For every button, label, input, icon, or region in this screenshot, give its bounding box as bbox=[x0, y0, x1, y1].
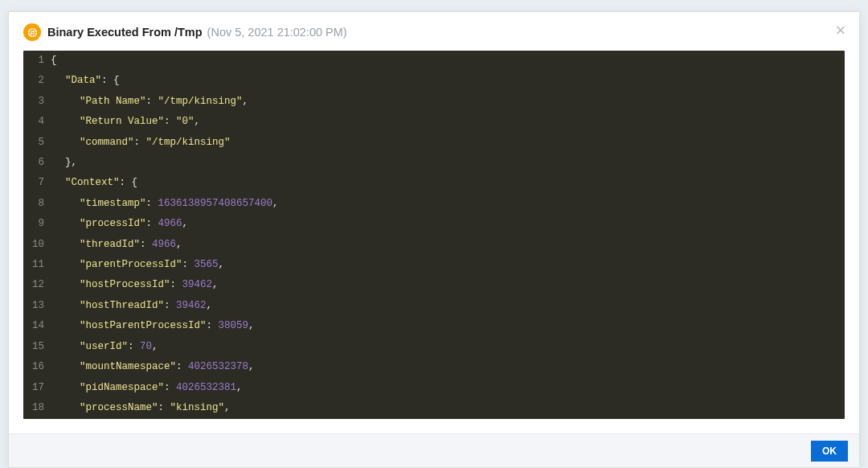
code-line: 6}, bbox=[23, 153, 845, 173]
line-number: 10 bbox=[23, 235, 44, 255]
line-number: 9 bbox=[23, 214, 44, 234]
line-content: "pidNamespace": 4026532381, bbox=[44, 378, 243, 398]
modal-title: Binary Executed From /Tmp bbox=[47, 26, 203, 39]
line-content: "timestamp": 1636138957408657400, bbox=[44, 194, 279, 214]
line-number: 3 bbox=[23, 92, 44, 112]
line-number: 1 bbox=[23, 51, 44, 71]
line-number: 18 bbox=[23, 398, 44, 418]
code-line: 3"Path Name": "/tmp/kinsing", bbox=[23, 92, 845, 112]
code-line: 13"hostThreadId": 39462, bbox=[23, 296, 845, 316]
code-line: 9"processId": 4966, bbox=[23, 214, 845, 234]
code-line: 18"processName": "kinsing", bbox=[23, 398, 845, 418]
code-line: 16"mountNamespace": 4026532378, bbox=[23, 357, 845, 377]
line-content: "Path Name": "/tmp/kinsing", bbox=[44, 92, 248, 112]
code-line: 10"threadId": 4966, bbox=[23, 235, 845, 255]
modal-timestamp: (Nov 5, 2021 21:02:00 PM) bbox=[207, 26, 347, 39]
line-content: "mountNamespace": 4026532378, bbox=[44, 357, 255, 377]
code-line: 2"Data": { bbox=[23, 71, 845, 91]
line-number: 17 bbox=[23, 378, 44, 398]
code-line: 4"Return Value": "0", bbox=[23, 112, 845, 132]
line-number: 11 bbox=[23, 255, 44, 275]
alert-icon bbox=[23, 23, 41, 41]
line-content: "command": "/tmp/kinsing" bbox=[44, 133, 231, 153]
line-number: 13 bbox=[23, 296, 44, 316]
code-line: 12"hostProcessId": 39462, bbox=[23, 275, 845, 295]
code-line: 8"timestamp": 1636138957408657400, bbox=[23, 194, 845, 214]
line-content: "hostProcessId": 39462, bbox=[44, 275, 219, 295]
code-line: 11"parentProcessId": 3565, bbox=[23, 255, 845, 275]
line-content: "Context": { bbox=[44, 173, 137, 193]
line-number: 15 bbox=[23, 337, 44, 357]
line-content: "processId": 4966, bbox=[44, 214, 188, 234]
line-content: "threadId": 4966, bbox=[44, 235, 182, 255]
line-content: "hostThreadId": 39462, bbox=[44, 296, 212, 316]
line-content: "processName": "kinsing", bbox=[44, 398, 231, 418]
code-line: 15"userId": 70, bbox=[23, 337, 845, 357]
line-number: 6 bbox=[23, 153, 44, 173]
line-content: { bbox=[44, 51, 57, 71]
line-number: 7 bbox=[23, 173, 44, 193]
code-line: 17"pidNamespace": 4026532381, bbox=[23, 378, 845, 398]
line-content: "Return Value": "0", bbox=[44, 112, 200, 132]
ok-button[interactable]: OK bbox=[811, 441, 848, 462]
line-number: 14 bbox=[23, 316, 44, 336]
line-number: 16 bbox=[23, 357, 44, 377]
code-line: 1{ bbox=[23, 51, 845, 71]
modal-footer: OK bbox=[9, 433, 859, 467]
line-number: 12 bbox=[23, 275, 44, 295]
line-content: "hostParentProcessId": 38059, bbox=[44, 316, 255, 336]
close-button[interactable]: × bbox=[833, 23, 848, 38]
modal-header: Binary Executed From /Tmp (Nov 5, 2021 2… bbox=[9, 12, 859, 51]
code-line: 5"command": "/tmp/kinsing" bbox=[23, 133, 845, 153]
line-content: "Data": { bbox=[44, 71, 120, 91]
line-number: 5 bbox=[23, 133, 44, 153]
line-content: "parentProcessId": 3565, bbox=[44, 255, 224, 275]
line-content: "userId": 70, bbox=[44, 337, 158, 357]
json-code-viewer[interactable]: 1{2"Data": {3"Path Name": "/tmp/kinsing"… bbox=[23, 51, 845, 419]
line-number: 8 bbox=[23, 194, 44, 214]
code-line: 7"Context": { bbox=[23, 173, 845, 193]
line-number: 4 bbox=[23, 112, 44, 132]
line-content: }, bbox=[44, 153, 77, 173]
code-line: 14"hostParentProcessId": 38059, bbox=[23, 316, 845, 336]
line-number: 2 bbox=[23, 71, 44, 91]
event-details-modal: Binary Executed From /Tmp (Nov 5, 2021 2… bbox=[8, 11, 860, 468]
